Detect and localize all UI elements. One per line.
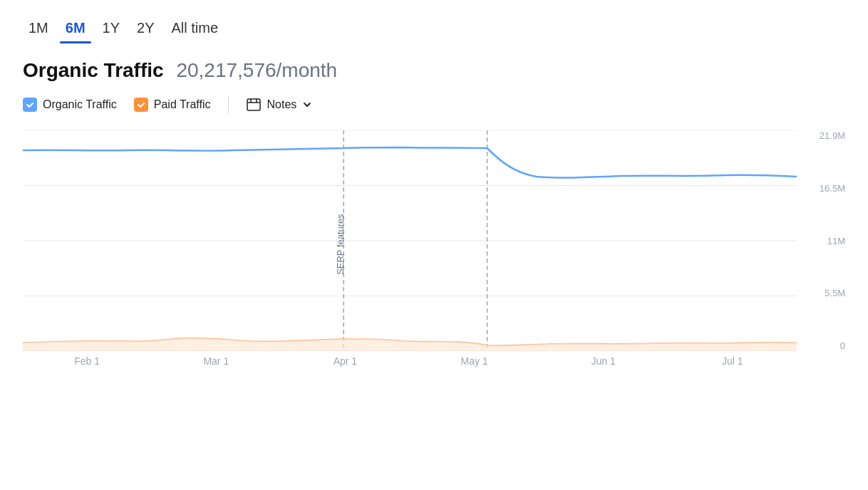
y-label-5: 0: [840, 340, 845, 351]
chart-container: 21.9M 16.5M 11M 5.5M 0 SERP features: [23, 130, 845, 372]
legend-paid-traffic[interactable]: Paid Traffic: [134, 98, 211, 112]
tab-1y[interactable]: 1Y: [97, 17, 125, 39]
checkmark-icon-2: [137, 100, 145, 109]
x-axis: Feb 1 Mar 1 Apr 1 May 1 Jun 1 Jul 1: [23, 353, 797, 372]
organic-traffic-checkbox[interactable]: [23, 98, 37, 112]
svg-text:SERP features: SERP features: [335, 214, 346, 275]
y-label-1: 21.9M: [820, 130, 845, 141]
tab-1m[interactable]: 1M: [23, 17, 54, 39]
paid-traffic-fill: [23, 338, 797, 351]
chevron-down-icon: [302, 100, 312, 110]
x-label-feb: Feb 1: [23, 355, 151, 370]
notes-button[interactable]: Notes: [246, 97, 313, 113]
x-label-jun: Jun 1: [539, 355, 668, 370]
time-period-tabs: 1M 6M 1Y 2Y All time: [23, 17, 845, 39]
tab-2y[interactable]: 2Y: [131, 17, 160, 39]
x-label-jul: Jul 1: [668, 355, 797, 370]
y-axis: 21.9M 16.5M 11M 5.5M 0: [802, 130, 845, 351]
tab-all-time[interactable]: All time: [166, 17, 224, 39]
legend-organic-traffic[interactable]: Organic Traffic: [23, 98, 117, 112]
organic-traffic-label: Organic Traffic: [43, 98, 117, 111]
svg-rect-0: [247, 99, 260, 110]
metric-value: 20,217,576/month: [176, 59, 337, 81]
checkmark-icon: [26, 100, 34, 109]
y-label-4: 5.5M: [825, 288, 845, 298]
chart-area: SERP features: [23, 130, 797, 351]
notes-label: Notes: [267, 98, 297, 111]
paid-traffic-label: Paid Traffic: [154, 98, 211, 111]
paid-traffic-checkbox[interactable]: [134, 98, 148, 112]
metric-label: Organic Traffic: [23, 59, 164, 81]
notes-icon: [246, 97, 262, 113]
legend-divider: [228, 96, 229, 113]
organic-traffic-line: [23, 147, 797, 178]
chart-svg: SERP features: [23, 130, 797, 351]
metric-heading: Organic Traffic 20,217,576/month: [23, 59, 845, 82]
y-label-2: 16.5M: [820, 183, 845, 194]
x-label-may: May 1: [410, 355, 538, 370]
tab-6m[interactable]: 6M: [60, 17, 91, 39]
x-label-mar: Mar 1: [152, 355, 280, 370]
x-label-apr: Apr 1: [281, 355, 409, 370]
y-label-3: 11M: [827, 236, 845, 246]
legend-row: Organic Traffic Paid Traffic Notes: [23, 96, 845, 113]
